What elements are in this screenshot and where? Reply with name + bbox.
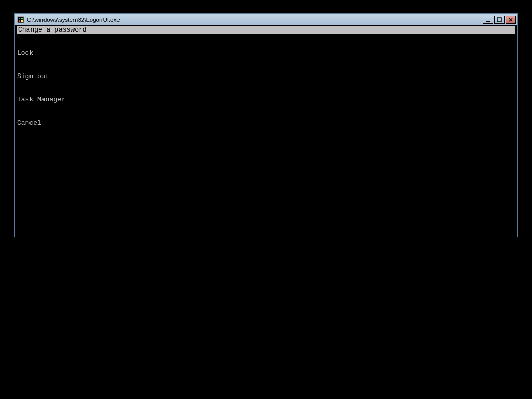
window-controls: [483, 16, 516, 24]
menu-item-selected[interactable]: Change a password: [17, 26, 515, 34]
titlebar[interactable]: C:\windows\system32\LogonUI.exe: [15, 14, 517, 25]
svg-rect-3: [19, 20, 20, 22]
svg-rect-1: [19, 18, 20, 19]
app-icon: [17, 16, 24, 23]
menu-item-cancel[interactable]: Cancel: [17, 119, 515, 127]
svg-rect-2: [21, 18, 23, 19]
menu-item-lock[interactable]: Lock: [17, 49, 515, 57]
console-window: C:\windows\system32\LogonUI.exe Chang: [14, 13, 518, 237]
menu-item-signout[interactable]: Sign out: [17, 72, 515, 80]
maximize-button[interactable]: [494, 16, 505, 24]
svg-rect-4: [21, 20, 23, 22]
svg-rect-6: [497, 18, 501, 22]
window-title: C:\windows\system32\LogonUI.exe: [27, 17, 120, 23]
svg-rect-5: [486, 21, 490, 22]
minimize-button[interactable]: [483, 16, 493, 24]
titlebar-left: C:\windows\system32\LogonUI.exe: [17, 16, 120, 23]
menu-item-taskmanager[interactable]: Task Manager: [17, 96, 515, 104]
svg-rect-0: [18, 17, 24, 23]
console-body[interactable]: Lock Sign out Task Manager Cancel: [15, 34, 517, 235]
close-button[interactable]: [506, 16, 516, 24]
